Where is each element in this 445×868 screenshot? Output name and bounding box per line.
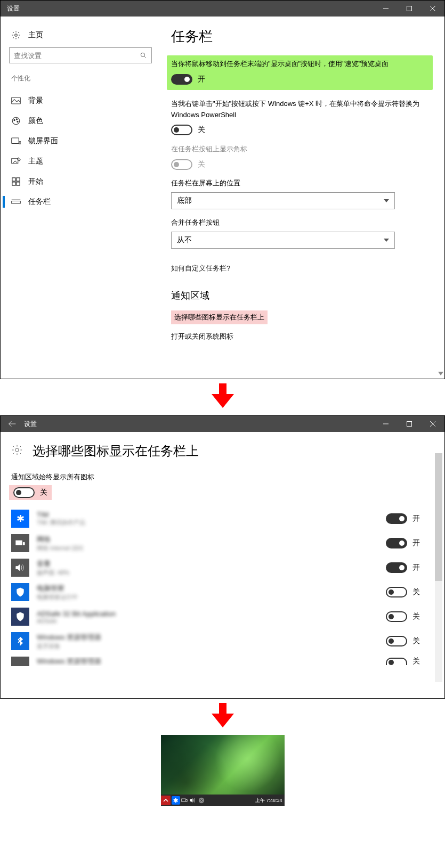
item-subtitle: TIM: 腾讯协作产品 bbox=[37, 519, 386, 527]
sidebar-item-label: 开始 bbox=[28, 177, 43, 186]
link-select-icons[interactable]: 选择哪些图标显示在任务栏上 bbox=[171, 310, 428, 324]
sidebar-home[interactable]: 主页 bbox=[6, 27, 155, 47]
taskbar-icon bbox=[11, 197, 21, 207]
sidebar-item-start[interactable]: 开始 bbox=[6, 171, 155, 192]
sidebar: 主页 个性化 背景 颜色 锁屏界面 bbox=[1, 17, 160, 379]
titlebar: 设置 bbox=[1, 416, 444, 432]
icon-list: ✱ TIMTIM: 腾讯协作产品 开 网络网络 Internet 访问 开 音量… bbox=[11, 510, 434, 666]
sidebar-item-background[interactable]: 背景 bbox=[6, 91, 155, 111]
item-subtitle: 网络 Internet 访问 bbox=[37, 544, 386, 552]
page-title: 选择哪些图标显示在任务栏上 bbox=[33, 443, 199, 460]
close-button[interactable] bbox=[421, 416, 444, 432]
link-system-icons[interactable]: 打开或关闭系统图标 bbox=[171, 332, 428, 341]
svg-rect-29 bbox=[181, 799, 185, 801]
maximize-button[interactable] bbox=[398, 1, 421, 17]
scrollbar-down-icon[interactable] bbox=[438, 372, 443, 375]
toggle-state-label: 关 bbox=[412, 612, 420, 621]
list-item: ADSafe 32 Bit ApplicationADSafe 关 bbox=[11, 608, 434, 626]
item-subtitle: ADSafe bbox=[37, 618, 386, 624]
item-name: 电脑管家 bbox=[37, 584, 386, 593]
settings-window-taskbar: 设置 主页 个性化 背景 bbox=[0, 0, 445, 379]
item-name: 网络 bbox=[37, 535, 386, 544]
link-customize-taskbar[interactable]: 如何自定义任务栏? bbox=[171, 264, 230, 273]
toggle-item[interactable] bbox=[386, 562, 407, 573]
shield-tile-icon bbox=[11, 608, 29, 626]
toggle-item[interactable] bbox=[386, 587, 407, 597]
toggle-item[interactable] bbox=[386, 513, 407, 524]
toggle-state-label: 开 bbox=[412, 538, 420, 548]
toggle-peek[interactable] bbox=[171, 74, 192, 85]
toggle-item[interactable] bbox=[386, 636, 407, 646]
svg-point-10 bbox=[16, 119, 17, 120]
svg-point-5 bbox=[141, 53, 144, 56]
tray-clock[interactable]: 上午 7:48:34 bbox=[255, 797, 282, 804]
page-header: 选择哪些图标显示在任务栏上 bbox=[11, 443, 434, 460]
toggle-show-all-icons[interactable] bbox=[13, 487, 35, 498]
toggle-state-label: 开 bbox=[412, 514, 420, 523]
tray-app-icon[interactable]: ✱ bbox=[172, 796, 180, 805]
svg-rect-12 bbox=[12, 138, 19, 144]
taskbar-result-preview: ✱ 上午 7:48:34 bbox=[161, 735, 285, 806]
lockscreen-icon bbox=[11, 136, 21, 146]
item-subtitle: 蓝牙设备 bbox=[37, 642, 386, 650]
tray-overflow-button[interactable] bbox=[161, 796, 171, 805]
sidebar-item-lockscreen[interactable]: 锁屏界面 bbox=[6, 131, 155, 151]
svg-rect-1 bbox=[407, 6, 412, 11]
gear-icon bbox=[11, 444, 23, 458]
svg-rect-15 bbox=[12, 178, 15, 181]
close-button[interactable] bbox=[421, 1, 444, 17]
sidebar-item-themes[interactable]: 主题 bbox=[6, 151, 155, 171]
svg-marker-28 bbox=[16, 564, 20, 570]
page-title: 任务栏 bbox=[171, 27, 428, 46]
tray-network-icon[interactable] bbox=[180, 796, 189, 805]
toggle-item[interactable] bbox=[386, 658, 407, 665]
setting-position: 任务栏在屏幕上的位置 底部 bbox=[171, 178, 428, 209]
select-value: 底部 bbox=[177, 196, 192, 206]
flow-arrow-2 bbox=[0, 699, 445, 735]
network-tile-icon bbox=[11, 534, 29, 552]
select-combine-buttons[interactable]: 从不 bbox=[171, 232, 395, 249]
master-toggle-wrap: 关 bbox=[9, 485, 52, 500]
setting-peek-desktop: 当你将鼠标移动到任务栏末端的"显示桌面"按钮时，使用"速览"预览桌面 开 bbox=[167, 55, 433, 90]
toggle-item[interactable] bbox=[386, 538, 407, 548]
list-item: 电脑管家电脑管家运行中 关 bbox=[11, 583, 434, 601]
list-item: 音量扬声器: 48% 开 bbox=[11, 559, 434, 577]
setting-text: 在任务栏按钮上显示角标 bbox=[171, 144, 428, 155]
toggle-state-label: 关 bbox=[412, 636, 420, 646]
item-subtitle: 扬声器: 48% bbox=[37, 569, 386, 577]
theme-icon bbox=[11, 157, 21, 166]
toggle-powershell[interactable] bbox=[171, 125, 192, 135]
sidebar-item-label: 主题 bbox=[28, 157, 43, 166]
sidebar-item-label: 背景 bbox=[28, 96, 43, 105]
item-name: Windows 资源管理器 bbox=[37, 633, 386, 642]
minimize-button[interactable] bbox=[374, 416, 398, 432]
toggle-state-label: 关 bbox=[412, 587, 420, 597]
sidebar-item-colors[interactable]: 颜色 bbox=[6, 111, 155, 131]
search-field[interactable] bbox=[14, 52, 139, 60]
setting-text: 当你将鼠标移动到任务栏末端的"显示桌面"按钮时，使用"速览"预览桌面 bbox=[171, 59, 428, 70]
search-input[interactable] bbox=[9, 47, 152, 63]
sidebar-item-label: 任务栏 bbox=[28, 197, 51, 207]
titlebar: 设置 bbox=[1, 1, 444, 17]
sidebar-item-taskbar[interactable]: 任务栏 bbox=[6, 192, 155, 212]
window-title: 设置 bbox=[7, 4, 374, 13]
tray-volume-icon[interactable] bbox=[189, 796, 197, 805]
svg-rect-27 bbox=[16, 541, 22, 545]
toggle-item[interactable] bbox=[386, 611, 407, 622]
sidebar-category: 个性化 bbox=[6, 74, 155, 91]
select-taskbar-position[interactable]: 底部 bbox=[171, 192, 395, 209]
app-tile-icon bbox=[11, 657, 29, 666]
sidebar-home-label: 主页 bbox=[28, 30, 43, 40]
back-button[interactable] bbox=[1, 416, 24, 432]
toggle-state-label: 关 bbox=[198, 160, 205, 169]
app-tile-icon: ✱ bbox=[11, 510, 29, 528]
maximize-button[interactable] bbox=[398, 416, 421, 432]
minimize-button[interactable] bbox=[374, 1, 398, 17]
sidebar-item-label: 颜色 bbox=[28, 116, 43, 126]
item-name: ADSafe 32 Bit Application bbox=[37, 610, 386, 618]
svg-rect-23 bbox=[407, 422, 412, 427]
scrollbar[interactable] bbox=[435, 453, 442, 682]
taskbar: ✱ 上午 7:48:34 bbox=[161, 795, 285, 806]
tray-close-icon[interactable] bbox=[197, 796, 206, 805]
chevron-down-icon bbox=[384, 199, 389, 202]
